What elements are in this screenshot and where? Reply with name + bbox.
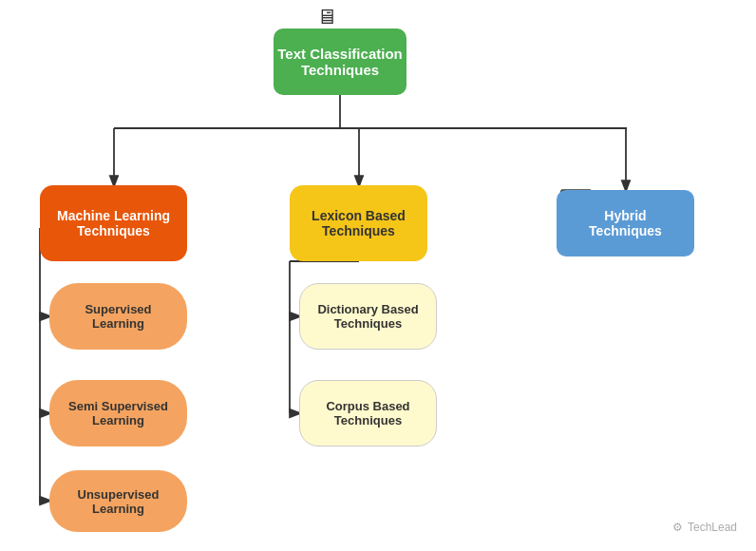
supervised-label: SupervisedLearning — [85, 302, 151, 331]
diagram: 🖥 Text Classification Techniques 🧠 Machi… — [0, 0, 756, 551]
lexicon-label: Lexicon BasedTechniques — [312, 208, 406, 238]
root-label: Text Classification Techniques — [274, 46, 406, 78]
computer-icon: 🖥 — [316, 5, 337, 29]
corpus-node: Corpus BasedTechniques — [299, 380, 437, 446]
ml-label: Machine LearningTechniques — [57, 208, 170, 238]
unsupervised-node: UnsupervisedLearning — [49, 470, 187, 532]
supervised-node: SupervisedLearning — [49, 283, 187, 350]
corpus-label: Corpus BasedTechniques — [326, 399, 409, 428]
semi-node: Semi SupervisedLearning — [49, 380, 187, 446]
watermark-text: TechLead — [688, 521, 737, 534]
ml-node: Machine LearningTechniques — [40, 185, 187, 261]
hybrid-node: HybridTechniques — [557, 190, 694, 256]
watermark: ⚙ TechLead — [672, 521, 737, 534]
unsupervised-label: UnsupervisedLearning — [78, 487, 160, 516]
hybrid-label: HybridTechniques — [589, 208, 662, 238]
dictionary-label: Dictionary BasedTechniques — [317, 302, 418, 331]
watermark-icon: ⚙ — [672, 521, 683, 534]
dictionary-node: Dictionary BasedTechniques — [299, 283, 437, 350]
semi-label: Semi SupervisedLearning — [68, 399, 168, 428]
lexicon-node: Lexicon BasedTechniques — [290, 185, 427, 261]
root-node: Text Classification Techniques — [274, 28, 406, 95]
